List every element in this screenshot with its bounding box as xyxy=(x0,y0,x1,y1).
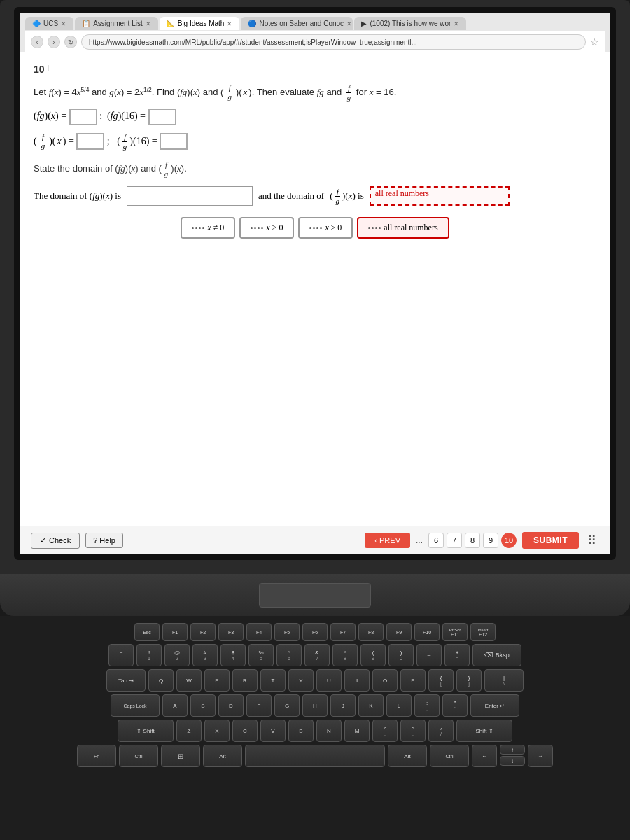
key-x[interactable]: X xyxy=(204,720,230,742)
grid-icon[interactable]: ⠿ xyxy=(584,533,599,548)
bigideas-tab-close[interactable]: ✕ xyxy=(227,20,232,27)
fog-x-answer-box[interactable] xyxy=(76,133,104,150)
page-6[interactable]: 6 xyxy=(428,533,444,548)
key-f1[interactable]: F1 xyxy=(162,623,188,641)
key-arrow-up[interactable]: ↑ xyxy=(500,745,525,755)
key-n[interactable]: N xyxy=(316,720,342,742)
key-g[interactable]: G xyxy=(274,694,300,717)
key-slash[interactable]: ?/ xyxy=(428,720,454,742)
key-3[interactable]: #3 xyxy=(192,644,218,666)
key-f6[interactable]: F6 xyxy=(302,623,328,641)
youtube-tab-close[interactable]: ✕ xyxy=(454,20,459,27)
key-ctrl-left[interactable]: Ctrl xyxy=(119,745,158,767)
key-backtick[interactable]: ~` xyxy=(108,644,134,666)
key-6[interactable]: ^6 xyxy=(276,644,302,666)
key-caps[interactable]: Caps Lock xyxy=(111,694,160,717)
key-quote[interactable]: "' xyxy=(442,694,468,717)
key-h[interactable]: H xyxy=(302,694,328,717)
key-arrow-left[interactable]: ← xyxy=(472,745,497,767)
key-esc[interactable]: Esc xyxy=(134,623,160,641)
key-2[interactable]: @2 xyxy=(164,644,190,666)
back-button[interactable]: ‹ xyxy=(31,36,43,48)
key-1[interactable]: !1 xyxy=(136,644,162,666)
forward-button[interactable]: › xyxy=(48,36,60,48)
assignment-tab-close[interactable]: ✕ xyxy=(146,20,151,27)
key-tab[interactable]: Tab ⇥ xyxy=(106,669,146,692)
key-w[interactable]: W xyxy=(176,669,202,692)
key-backslash[interactable]: |\ xyxy=(484,669,524,692)
key-period[interactable]: >. xyxy=(400,720,426,742)
key-q[interactable]: Q xyxy=(148,669,174,692)
tab-notes[interactable]: 🔵 Notes on Saber and Conoc ✕ xyxy=(241,17,353,30)
key-backspace[interactable]: ⌫ Bksp xyxy=(472,644,522,666)
key-4[interactable]: $4 xyxy=(220,644,246,666)
key-alt-right[interactable]: Alt xyxy=(388,745,427,767)
key-j[interactable]: J xyxy=(330,694,356,717)
domain-fog-input[interactable]: all real numbers xyxy=(370,186,510,206)
key-b[interactable]: B xyxy=(288,720,314,742)
key-l[interactable]: L xyxy=(386,694,412,717)
key-v[interactable]: V xyxy=(260,720,286,742)
key-f8[interactable]: F8 xyxy=(358,623,384,641)
key-t[interactable]: T xyxy=(260,669,286,692)
key-arrow-right[interactable]: → xyxy=(528,745,553,767)
key-f3[interactable]: F3 xyxy=(218,623,244,641)
domain-fg-input[interactable] xyxy=(127,186,253,206)
key-minus[interactable]: _- xyxy=(416,644,442,666)
refresh-button[interactable]: ↻ xyxy=(64,36,77,48)
key-s[interactable]: S xyxy=(190,694,216,717)
key-0[interactable]: )0 xyxy=(388,644,414,666)
key-f5[interactable]: F5 xyxy=(274,623,300,641)
ans-btn-all-real[interactable]: all real numbers xyxy=(357,217,449,239)
key-alt-left[interactable]: Alt xyxy=(203,745,242,767)
key-o[interactable]: O xyxy=(372,669,398,692)
key-p[interactable]: P xyxy=(400,669,426,692)
key-y[interactable]: Y xyxy=(288,669,314,692)
tab-ucs[interactable]: 🔷 UCS ✕ xyxy=(25,17,74,30)
info-icon[interactable]: i xyxy=(48,64,49,72)
key-u[interactable]: U xyxy=(316,669,342,692)
fg-16-answer-box[interactable] xyxy=(148,108,176,125)
key-i[interactable]: I xyxy=(344,669,370,692)
key-7[interactable]: &7 xyxy=(304,644,330,666)
page-7[interactable]: 7 xyxy=(447,533,462,548)
key-f10[interactable]: F10 xyxy=(414,623,440,641)
fog-16-answer-box[interactable] xyxy=(160,133,188,150)
key-comma[interactable]: <, xyxy=(372,720,398,742)
trackpad[interactable] xyxy=(259,583,371,608)
page-8[interactable]: 8 xyxy=(465,533,480,548)
key-r[interactable]: R xyxy=(232,669,258,692)
address-input[interactable] xyxy=(81,34,586,50)
key-k[interactable]: K xyxy=(358,694,384,717)
key-9[interactable]: (9 xyxy=(360,644,386,666)
key-f[interactable]: F xyxy=(246,694,272,717)
key-rshift[interactable]: Shift ⇧ xyxy=(456,720,512,742)
key-f4[interactable]: F4 xyxy=(246,623,272,641)
key-lshift[interactable]: ⇧ Shift xyxy=(118,720,174,742)
submit-button[interactable]: SUBMIT xyxy=(522,532,579,549)
key-equal[interactable]: += xyxy=(444,644,470,666)
key-f9[interactable]: F9 xyxy=(386,623,412,641)
key-e[interactable]: E xyxy=(204,669,230,692)
key-fn[interactable]: Fn xyxy=(77,745,116,767)
bookmark-star-icon[interactable]: ☆ xyxy=(590,36,599,48)
ucs-tab-close[interactable]: ✕ xyxy=(61,20,66,27)
key-z[interactable]: Z xyxy=(176,720,202,742)
page-9[interactable]: 9 xyxy=(483,533,498,548)
key-semicolon[interactable]: :; xyxy=(414,694,440,717)
key-f7[interactable]: F7 xyxy=(330,623,356,641)
notes-tab-close[interactable]: ✕ xyxy=(346,20,352,27)
ans-btn-x-gt-0[interactable]: x > 0 xyxy=(239,217,294,239)
key-lbracket[interactable]: {[ xyxy=(428,669,454,692)
ans-btn-x-neq-0[interactable]: x ≠ 0 xyxy=(181,217,235,239)
key-rbracket[interactable]: }] xyxy=(456,669,482,692)
key-win[interactable]: ⊞ xyxy=(161,745,200,767)
tab-bigideas[interactable]: 📐 Big Ideas Math ✕ xyxy=(160,17,240,30)
key-8[interactable]: *8 xyxy=(332,644,358,666)
key-ctrl-right[interactable]: Ctrl xyxy=(430,745,469,767)
fg-x-answer-box[interactable] xyxy=(69,108,97,125)
key-f2[interactable]: F2 xyxy=(190,623,216,641)
key-arrow-down[interactable]: ↓ xyxy=(500,756,525,766)
help-button[interactable]: ? Help xyxy=(85,533,123,548)
tab-youtube[interactable]: ▶ (1002) This is how we wor ✕ xyxy=(354,17,466,30)
